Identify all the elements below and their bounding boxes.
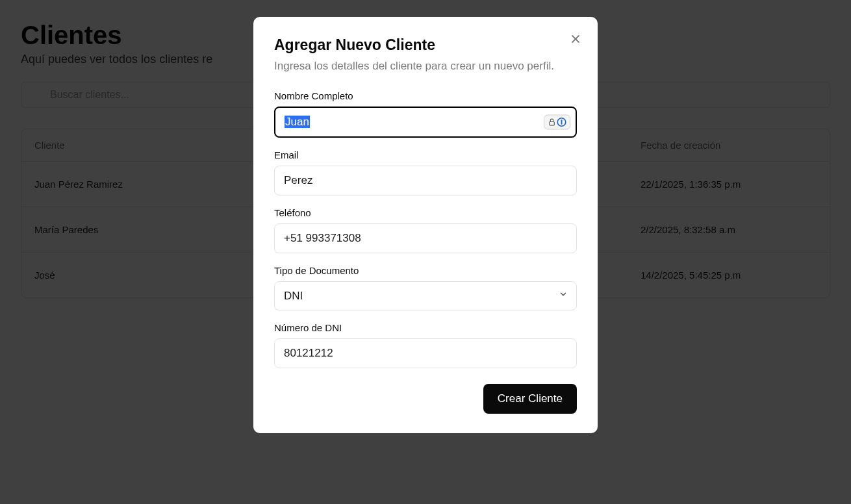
nombre-label: Nombre Completo	[274, 90, 577, 101]
email-input[interactable]	[274, 166, 577, 195]
numero-dni-input[interactable]	[274, 338, 577, 368]
svg-rect-4	[561, 120, 563, 125]
dialog-subtitle: Ingresa los detalles del cliente para cr…	[274, 58, 577, 75]
close-icon	[569, 32, 582, 45]
svg-rect-2	[550, 121, 555, 125]
tipo-doc-label: Tipo de Documento	[274, 265, 577, 276]
add-client-dialog: Agregar Nuevo Cliente Ingresa los detall…	[253, 17, 598, 433]
onepassword-icon	[557, 117, 566, 127]
telefono-label: Teléfono	[274, 207, 577, 218]
close-button[interactable]	[568, 31, 583, 47]
dialog-title: Agregar Nuevo Cliente	[274, 36, 577, 54]
tipo-doc-select[interactable]: DNI	[274, 281, 577, 310]
lock-icon	[548, 118, 556, 126]
password-manager-badge[interactable]	[544, 114, 570, 129]
modal-overlay[interactable]: Agregar Nuevo Cliente Ingresa los detall…	[0, 0, 851, 504]
telefono-input[interactable]	[274, 223, 577, 253]
email-label: Email	[274, 149, 577, 160]
nombre-selected-text: Juan	[285, 116, 310, 128]
create-client-button[interactable]: Crear Cliente	[483, 384, 577, 414]
numero-dni-label: Número de DNI	[274, 322, 577, 333]
nombre-input[interactable]: Juan	[274, 107, 577, 138]
